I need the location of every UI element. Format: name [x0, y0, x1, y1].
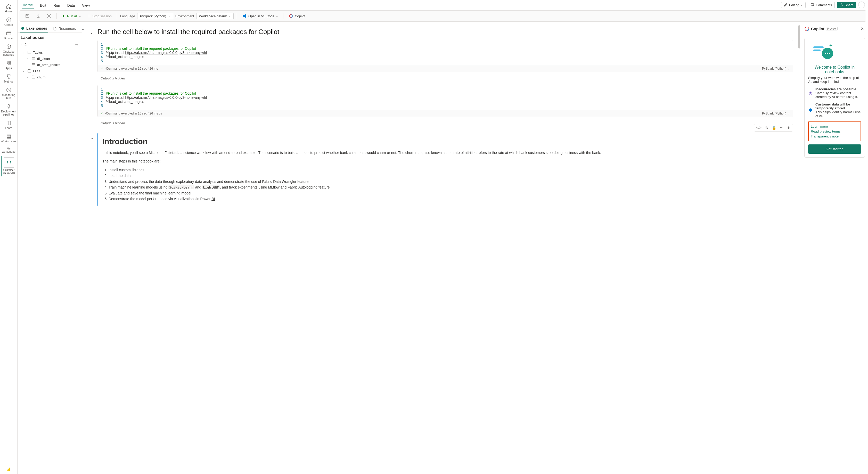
delete-icon[interactable]: 🗑: [785, 125, 792, 131]
rail-onelake[interactable]: OneLake data hub: [1, 42, 17, 58]
rail-my-workspace[interactable]: My workspace: [1, 146, 17, 155]
share-button[interactable]: Share: [837, 2, 856, 8]
line-gutter: 12345: [101, 87, 106, 108]
tree-folder-churn[interactable]: › churn: [20, 74, 80, 80]
lock-icon[interactable]: 🔒: [770, 125, 778, 131]
point2-title: Customer data will be temporarily stored…: [815, 102, 861, 110]
current-lakehouse: r: [21, 43, 22, 47]
copilot-hero-icon: [808, 42, 837, 62]
svg-rect-9: [7, 136, 10, 137]
open-vscode-button[interactable]: Open in VS Code ⌄: [240, 13, 280, 19]
run-all-button[interactable]: Run all ⌄: [60, 13, 83, 19]
svg-rect-12: [8, 469, 9, 471]
download-button[interactable]: [34, 13, 42, 19]
cell-language-dropdown[interactable]: PySpark (Python) ⌄: [762, 112, 790, 115]
line-gutter: 12345: [101, 42, 106, 63]
comments-button[interactable]: Comments: [808, 2, 835, 8]
menu-edit[interactable]: Edit: [39, 2, 47, 9]
svg-rect-2: [7, 61, 8, 63]
svg-rect-23: [813, 46, 824, 48]
rail-apps[interactable]: Apps: [1, 59, 17, 71]
code-cell-2[interactable]: 12345 #Run this cell to install the requ…: [97, 85, 793, 117]
settings-button[interactable]: [44, 13, 53, 19]
copilot-hero-subtitle: Simplify your work with the help of AI, …: [808, 76, 861, 84]
stop-session-button[interactable]: Stop session: [85, 13, 114, 19]
scrollbar[interactable]: [798, 25, 800, 471]
learn-more-link[interactable]: Learn more: [811, 124, 859, 129]
pin-icon[interactable]: [24, 43, 27, 46]
preview-terms-link[interactable]: Read preview terms: [811, 129, 859, 134]
tree-table-dfclean[interactable]: › df_clean: [20, 56, 80, 62]
code-cell-1[interactable]: 12345 #Run this cell to install the requ…: [97, 40, 793, 72]
explorer-tree: ⌄ Tables › df_clean › df_pred_results: [18, 48, 82, 81]
code-body[interactable]: #Run this cell to install the required p…: [106, 87, 790, 108]
rail-powerbi-icon[interactable]: [1, 465, 17, 474]
section-collapse-icon[interactable]: ⌄: [90, 30, 93, 35]
svg-rect-8: [7, 135, 10, 136]
svg-rect-16: [88, 15, 90, 17]
copilot-hero-title: Welcome to Copilot in notebooks: [808, 65, 861, 74]
svg-point-27: [827, 53, 828, 54]
svg-rect-20: [32, 63, 35, 66]
rail-metrics[interactable]: Metrics: [1, 72, 17, 85]
language-label: Language: [120, 14, 135, 18]
rail-home[interactable]: Home: [1, 2, 17, 14]
rail-current-notebook[interactable]: Customer churn-513: [1, 156, 17, 177]
close-icon[interactable]: ✕: [860, 25, 865, 32]
get-started-button[interactable]: Get started: [808, 145, 861, 154]
menu-data[interactable]: Data: [66, 2, 76, 9]
rail-workspaces[interactable]: Workspaces: [1, 132, 17, 145]
svg-rect-5: [9, 64, 10, 65]
swap-icon[interactable]: [74, 42, 79, 47]
environment-label: Environment: [175, 14, 194, 18]
tree-table-dfpred[interactable]: › df_pred_results: [20, 62, 80, 68]
copilot-links-highlighted: Learn more Read preview terms Transparen…: [808, 122, 861, 141]
rail-monitoring[interactable]: Monitoring hub: [1, 86, 17, 101]
output-collapsed[interactable]: Output is hidden: [97, 120, 793, 125]
rail-create[interactable]: Create: [1, 15, 17, 28]
svg-rect-11: [7, 470, 8, 471]
explorer-tab-resources[interactable]: Resources: [52, 25, 77, 32]
check-icon: ✓: [101, 67, 103, 70]
cell-language-dropdown[interactable]: PySpark (Python) ⌄: [762, 67, 790, 70]
save-button[interactable]: [23, 13, 32, 19]
environment-dropdown[interactable]: Workspace default⌄: [196, 13, 234, 19]
menu-home[interactable]: Home: [22, 1, 34, 9]
svg-rect-3: [9, 61, 10, 63]
rail-browse[interactable]: Browse: [1, 29, 17, 41]
menu-run[interactable]: Run: [52, 2, 61, 9]
rail-learn[interactable]: Learn: [1, 119, 17, 131]
shield-icon: [808, 102, 813, 118]
explorer-tab-lakehouses[interactable]: Lakehouses: [20, 25, 48, 32]
copilot-button[interactable]: Copilot: [286, 13, 307, 19]
svg-rect-10: [7, 138, 10, 138]
code-icon[interactable]: </>: [755, 125, 763, 131]
tree-files[interactable]: ⌄ Files: [20, 68, 80, 74]
notebook-canvas[interactable]: ⌄ Run the cell below to install the requ…: [82, 23, 801, 474]
check-icon: ✓: [101, 112, 103, 115]
point2-body: This helps identify harmful use of AI.: [815, 110, 861, 118]
toolbar: Run all ⌄ Stop session Language PySpark …: [20, 10, 866, 22]
editing-dropdown[interactable]: Editing ⌄: [781, 2, 806, 8]
explorer-panel: Lakehouses Resources « Lakehouses r: [18, 23, 82, 474]
section-heading: Run the cell below to install the requir…: [97, 28, 793, 36]
user-avatar[interactable]: [858, 2, 865, 8]
language-dropdown[interactable]: PySpark (Python)⌄: [137, 13, 173, 19]
cell-status: -Command executed in 15 sec 426 ms by: [105, 112, 162, 115]
svg-rect-19: [32, 57, 35, 60]
menu-view[interactable]: View: [81, 2, 91, 9]
copilot-title: Copilot: [811, 27, 825, 31]
code-body[interactable]: #Run this cell to install the required p…: [106, 42, 790, 63]
markdown-cell-intro[interactable]: </> ✎ 🔒 ⋯ 🗑 ⌄ Introduction In this noteb…: [97, 133, 793, 206]
svg-point-29: [809, 92, 811, 94]
tree-tables[interactable]: ⌄ Tables: [20, 49, 80, 56]
more-icon[interactable]: ⋯: [778, 125, 785, 131]
top-right-actions: Editing ⌄ Comments Share: [781, 2, 865, 8]
section-collapse-icon[interactable]: ⌄: [91, 135, 94, 140]
output-collapsed[interactable]: Output is hidden: [97, 75, 793, 80]
intro-heading: Introduction: [102, 137, 789, 146]
copilot-logo-icon: [804, 26, 809, 31]
edit-icon[interactable]: ✎: [764, 125, 770, 131]
transparency-link[interactable]: Transparency note: [811, 134, 859, 139]
rail-deployment[interactable]: Deployment pipelines: [1, 102, 17, 118]
